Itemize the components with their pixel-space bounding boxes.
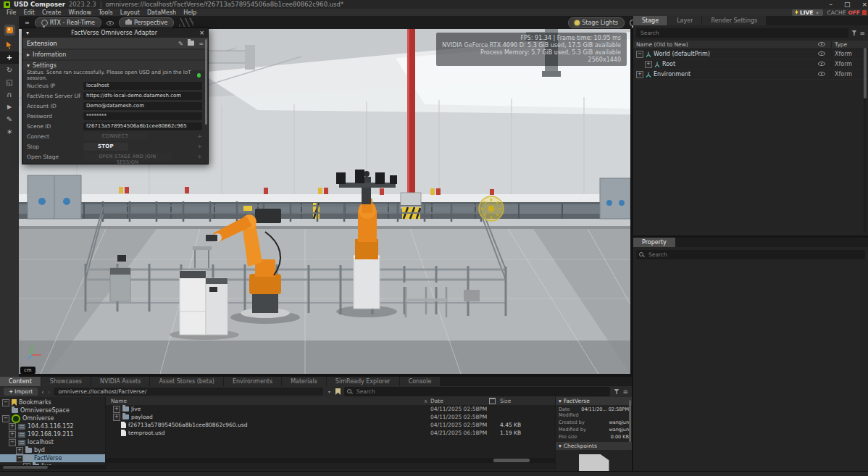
expander-icon[interactable] [9, 431, 16, 438]
tree-item-bookmarks[interactable]: Bookmarks [0, 398, 105, 406]
tab-showcases[interactable]: Showcases [41, 377, 91, 386]
viewport-menu-icon[interactable] [25, 20, 30, 26]
select-tool-button[interactable] [0, 39, 19, 51]
physics-tool-button[interactable]: ∗ [0, 125, 19, 138]
expander-icon[interactable] [9, 423, 16, 430]
property-search-input[interactable] [647, 251, 862, 259]
camera-selector[interactable]: Perspective [119, 17, 174, 28]
expander-icon[interactable] [113, 414, 120, 421]
menu-edit[interactable]: Edit [20, 9, 38, 16]
expander-icon[interactable] [2, 399, 9, 406]
stage-search-input[interactable] [639, 29, 846, 37]
expander-icon[interactable] [16, 455, 23, 462]
tab-layer[interactable]: Layer [668, 16, 701, 25]
expander-icon[interactable] [636, 71, 643, 78]
app-kit-button[interactable] [0, 20, 19, 39]
tree-item-omniversespace[interactable]: OmniverseSpace [0, 406, 105, 414]
tab-materials[interactable]: Materials [282, 377, 326, 386]
stage-search-box[interactable] [636, 28, 848, 38]
expander-icon[interactable] [16, 447, 23, 454]
file-row-usd[interactable]: f26713a578954506a8b1cee80862c960.usd 04/… [106, 421, 555, 429]
sort-ascending-icon[interactable]: ∧ [424, 398, 430, 404]
information-section[interactable]: Information [22, 50, 208, 59]
folder-icon[interactable] [188, 41, 194, 46]
menu-datamesh[interactable]: DataMesh [143, 9, 180, 16]
back-icon[interactable]: ‹ [41, 388, 44, 396]
details-scrollbar[interactable] [629, 400, 631, 442]
menu-tools[interactable]: Tools [95, 9, 117, 16]
collapse-right-icon[interactable] [27, 51, 30, 58]
stage-lights-selector[interactable]: Stage Lights [568, 17, 625, 28]
scene-id-field[interactable] [83, 122, 202, 130]
path-dropdown-icon[interactable] [327, 389, 332, 394]
menu-create[interactable]: Create [38, 9, 65, 16]
axis-gizmo[interactable] [26, 342, 45, 361]
expander-icon[interactable] [2, 415, 9, 422]
stage-column-headers[interactable]: Name (Old to New) Type [633, 41, 868, 49]
tree-scrollbar[interactable] [0, 465, 105, 469]
bookmark-icon[interactable] [335, 388, 341, 395]
tree-item-localhost[interactable]: localhost [0, 438, 105, 446]
stage-row-root[interactable]: Root Xform [633, 59, 868, 70]
connect-button[interactable]: CONNECT [83, 133, 147, 141]
menu-file[interactable]: File [3, 9, 20, 16]
path-input[interactable] [54, 388, 323, 396]
account-id-field[interactable] [83, 102, 202, 110]
menu-help[interactable]: Help [180, 9, 200, 16]
light-gizmo[interactable] [479, 196, 504, 221]
menu-layout[interactable]: Layout [117, 9, 143, 16]
snap-tool-button[interactable]: ∩ [0, 88, 19, 101]
collapse-down-icon[interactable] [559, 398, 562, 404]
filter-icon[interactable] [851, 30, 856, 36]
content-search-box[interactable] [344, 387, 611, 396]
tree-item-server-2[interactable]: 192.168.19.211 [0, 430, 105, 438]
filter-icon[interactable] [614, 389, 619, 394]
add-target-icon[interactable]: + [197, 143, 202, 150]
file-list-scrollbar[interactable] [106, 458, 555, 463]
close-icon[interactable] [861, 1, 867, 8]
stage-scrollbar[interactable] [864, 48, 867, 233]
details-header[interactable]: FactVerse [556, 397, 632, 405]
nucleus-ip-field[interactable] [83, 82, 202, 90]
expander-icon[interactable] [9, 439, 16, 446]
date-header[interactable]: Date [430, 398, 443, 404]
panel-close-icon[interactable] [199, 30, 204, 36]
move-tool-button[interactable]: + [0, 51, 19, 64]
markup-tool-button[interactable]: ✎ [0, 113, 19, 125]
visibility-icon[interactable] [107, 20, 114, 26]
open-stage-button[interactable]: OPEN STAGE AND JOIN SESSION [83, 153, 172, 161]
stop-button[interactable]: STOP [83, 143, 128, 151]
live-button[interactable]: LIVE [792, 9, 823, 16]
adaptor-title-bar[interactable]: FactVerse Omniverse Adaptor [22, 28, 208, 38]
eye-icon[interactable] [818, 50, 825, 57]
eye-icon[interactable] [818, 60, 825, 67]
add-target-icon[interactable]: + [197, 133, 202, 140]
cache-indicator[interactable]: CACHE OFF [823, 9, 868, 16]
play-button[interactable]: ▶ [0, 101, 19, 113]
stage-row-environment[interactable]: Environment Xform [633, 70, 868, 80]
expander-icon[interactable] [113, 406, 120, 413]
tab-nvidia-assets[interactable]: NVIDIA Assets [91, 377, 149, 386]
tab-asset-stores[interactable]: Asset Stores (beta) [150, 377, 223, 386]
checkpoints-header[interactable]: Checkpoints [556, 442, 632, 450]
tab-property[interactable]: Property [633, 238, 675, 247]
tree-item-factverse[interactable]: FactVerse [0, 454, 105, 462]
size-header[interactable]: Size [500, 398, 555, 404]
view-mode-icon[interactable]: ≡ [622, 388, 628, 396]
import-button[interactable]: Import [4, 388, 38, 396]
tab-environments[interactable]: Environments [224, 377, 281, 386]
tab-console[interactable]: Console [400, 377, 441, 386]
content-search-input[interactable] [355, 388, 608, 396]
live-dropdown-icon[interactable] [815, 10, 820, 15]
tab-simready-explorer[interactable]: SimReady Explorer [327, 377, 399, 386]
options-icon[interactable]: ≡ [859, 30, 865, 37]
maximize-icon[interactable] [844, 1, 851, 8]
collapse-down-icon[interactable] [27, 62, 30, 69]
collapse-down-icon[interactable] [559, 443, 562, 449]
expander-icon[interactable] [645, 61, 652, 68]
tab-stage[interactable]: Stage [633, 16, 667, 25]
panel-scrollbar[interactable] [205, 39, 207, 125]
file-row-temproot[interactable]: temproot.usd 04/21/2025 06:18PM 1.19 KB [106, 429, 555, 437]
file-row-payload[interactable]: payload 04/11/2025 02:58PM [106, 413, 555, 421]
server-url-field[interactable] [83, 92, 202, 100]
